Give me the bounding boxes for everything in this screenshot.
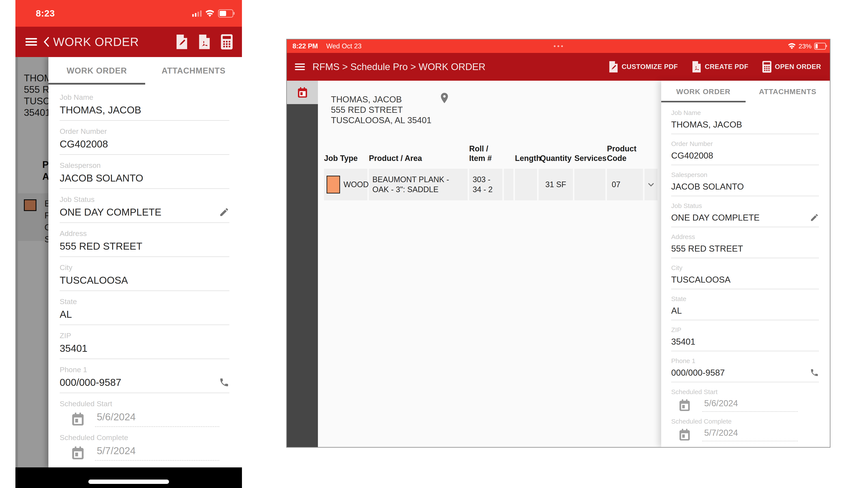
field-phone-1: Phone 1 000/000-9587 [671, 357, 819, 382]
tablet-app-bar: RFMS > Schedule Pro > WORK ORDER CUSTOMI… [287, 53, 830, 81]
col-length: Length [515, 154, 537, 167]
phone-icon[interactable] [810, 368, 819, 377]
tab-attachments[interactable]: ATTACHMENTS [746, 81, 830, 102]
field-order-number: Order Number CG402008 [60, 127, 229, 155]
calendar-icon[interactable] [679, 429, 690, 441]
customize-pdf-icon[interactable] [176, 34, 188, 50]
clock: 8:22 PM [292, 42, 318, 50]
left-sidebar [287, 81, 318, 447]
col-product-code: Product Code [607, 144, 643, 167]
table-row-services[interactable] [575, 169, 606, 200]
field-scheduled-complete: Scheduled Complete [671, 418, 819, 442]
tablet-screenshot: 8:22 PM Wed Oct 23 23% [286, 39, 831, 448]
job-name-value[interactable]: THOMAS, JACOB [60, 104, 141, 116]
field-address: Address 555 RED STREET [60, 229, 229, 257]
tab-work-order[interactable]: WORK ORDER [661, 81, 746, 102]
row-expand-control[interactable] [645, 169, 657, 200]
scheduled-complete-value[interactable]: 5/7/2024 [97, 445, 135, 456]
tab-attachments[interactable]: ATTACHMENTS [145, 57, 242, 85]
phone-1-value[interactable]: 000/000-9587 [60, 377, 121, 388]
field-address: Address 555 RED STREET [671, 233, 819, 258]
salesperson-value[interactable]: JACOB SOLANTO [671, 181, 744, 192]
field-state: State AL [671, 295, 819, 320]
create-pdf-button[interactable]: CREATE PDF [692, 61, 748, 73]
field-salesperson: Salesperson JACOB SOLANTO [671, 171, 819, 196]
scheduled-start-value[interactable]: 5/6/2024 [97, 411, 135, 423]
col-job-type: Job Type [324, 154, 367, 167]
table-row-product-code[interactable]: 07 [607, 169, 643, 200]
sidebar-item-schedule[interactable] [287, 81, 318, 104]
address-value[interactable]: 555 RED STREET [671, 243, 743, 254]
calendar-icon[interactable] [72, 412, 84, 426]
zip-value[interactable]: 35401 [60, 343, 88, 354]
col-expand [645, 163, 657, 167]
table-row-quantity[interactable]: 31 SF [538, 169, 573, 200]
field-zip: ZIP 35401 [60, 331, 229, 359]
field-job-name: Job Name THOMAS, JACOB [671, 109, 819, 134]
menu-icon[interactable] [25, 37, 37, 46]
field-scheduled-start: Scheduled Start [60, 399, 229, 427]
salesperson-value[interactable]: JACOB SOLANTO [60, 172, 143, 184]
table-row-length[interactable] [515, 169, 537, 200]
col-product-area: Product / Area [369, 154, 468, 167]
table-row-roll-item[interactable]: 303 - 34 - 2 [469, 169, 502, 200]
city-value[interactable]: TUSCALOOSA [60, 274, 128, 286]
status-date: Wed Oct 23 [326, 42, 362, 50]
field-phone-1: Phone 1 000/000-9587 [60, 365, 229, 393]
order-number-value[interactable]: CG402008 [671, 150, 713, 161]
customize-pdf-button[interactable]: CUSTOMIZE PDF [609, 61, 678, 73]
phone-1-value[interactable]: 000/000-9587 [671, 367, 725, 378]
field-salesperson: Salesperson JACOB SOLANTO [60, 161, 229, 189]
phone-content: THOMAS, JACOB 555 RED STREET TUSCALOOSA,… [16, 57, 242, 467]
active-tab-indicator [49, 83, 145, 85]
scheduled-complete-value[interactable]: 5/7/2024 [704, 428, 738, 437]
table-row-spacer [504, 169, 514, 200]
clock: 8:23 [36, 8, 55, 19]
table-row-product[interactable]: BEAUMONT PLANK - OAK - 3": SADDLE [369, 169, 468, 200]
location-pin-icon[interactable] [439, 92, 450, 104]
tab-work-order[interactable]: WORK ORDER [49, 57, 145, 85]
phone-nav-bar [16, 467, 242, 488]
chevron-down-icon [647, 181, 655, 189]
line-items-table: Job Type Product / Area Roll / Item # Le… [324, 144, 657, 200]
create-pdf-icon[interactable] [198, 34, 211, 50]
menu-icon[interactable] [295, 63, 305, 71]
signal-icon [192, 10, 202, 17]
home-indicator[interactable] [88, 480, 169, 484]
pencil-icon[interactable] [810, 213, 819, 222]
calendar-icon[interactable] [72, 446, 84, 460]
job-status-value[interactable]: ONE DAY COMPLETE [60, 206, 161, 218]
field-scheduled-start: Scheduled Start [671, 388, 819, 412]
status-icons [192, 9, 233, 18]
back-icon[interactable] [43, 36, 50, 47]
active-tab-indicator [661, 101, 746, 102]
state-value[interactable]: AL [671, 305, 682, 316]
field-order-number: Order Number CG402008 [671, 140, 819, 165]
battery-icon [814, 43, 826, 50]
calculator-icon[interactable] [221, 34, 233, 50]
order-number-value[interactable]: CG402008 [60, 138, 108, 150]
calendar-icon [298, 87, 308, 98]
scheduled-start-value[interactable]: 5/6/2024 [704, 398, 738, 408]
state-value[interactable]: AL [60, 308, 72, 320]
field-job-name: Job Name THOMAS, JACOB [60, 93, 229, 121]
customer-city: TUSCALOOSA, AL 35401 [331, 115, 431, 125]
work-order-panel: WORK ORDER ATTACHMENTS Job Name THOMAS, … [49, 57, 242, 467]
city-value[interactable]: TUSCALOOSA [671, 274, 731, 285]
field-scheduled-complete: Scheduled Complete [60, 433, 229, 461]
phone-icon[interactable] [219, 377, 229, 388]
calendar-icon[interactable] [679, 399, 690, 411]
field-city: City TUSCALOOSA [60, 263, 229, 291]
col-roll-item: Roll / Item # [469, 144, 502, 167]
pencil-icon[interactable] [219, 207, 229, 217]
zip-value[interactable]: 35401 [671, 336, 695, 347]
job-name-value[interactable]: THOMAS, JACOB [671, 119, 742, 130]
address-value[interactable]: 555 RED STREET [60, 240, 142, 252]
customer-block: THOMAS, JACOB 555 RED STREET TUSCALOOSA,… [331, 94, 431, 125]
table-row-job-type[interactable]: WOOD [324, 169, 367, 200]
job-status-value[interactable]: ONE DAY COMPLETE [671, 212, 760, 223]
sidebar-body [287, 104, 318, 447]
breadcrumb: RFMS > Schedule Pro > WORK ORDER [312, 61, 486, 72]
phone-app-bar: WORK ORDER [16, 27, 242, 57]
open-order-button[interactable]: OPEN ORDER [762, 61, 821, 73]
